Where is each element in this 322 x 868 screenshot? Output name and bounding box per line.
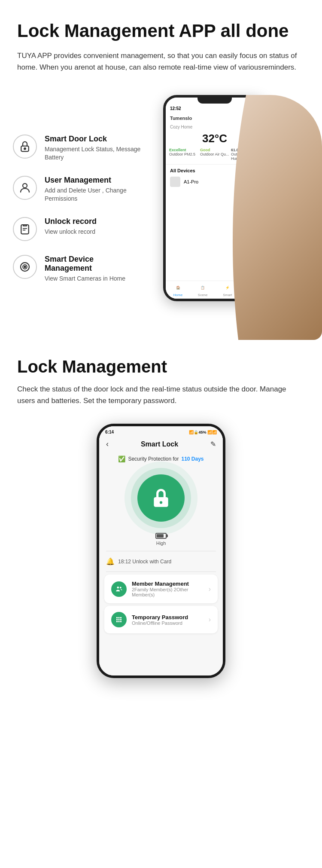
member-management-icon-wrap <box>111 581 127 597</box>
temporary-password-sub: Online/Offline Password <box>132 620 204 626</box>
phone2-notification: 🔔 18:12 Unlock with Card <box>99 553 223 570</box>
air-quality-2: Good Outdoor Air Qu... <box>200 148 229 161</box>
lock-section-description: Check the status of the door lock and th… <box>17 383 305 406</box>
svg-rect-18 <box>120 619 122 620</box>
grid-icon <box>115 616 123 623</box>
phone-notch <box>197 98 232 104</box>
feature-title-1: Smart Door Lock <box>45 134 142 144</box>
svg-point-10 <box>160 501 162 504</box>
features-phone-row: Smart Door Lock Management Lock Status, … <box>0 95 322 336</box>
phone-screen-2: 6:14 📶🔒45% 📶📶 ‹ Smart Lock ✎ ✅ Security … <box>99 426 223 675</box>
svg-rect-17 <box>118 619 120 620</box>
svg-rect-16 <box>116 619 118 620</box>
phone2-header: ‹ Smart Lock ✎ <box>99 436 223 452</box>
feature-smart-device-text: Smart Device Management View Smart Camer… <box>45 255 142 283</box>
people-icon <box>115 585 123 593</box>
clipboard-icon <box>18 223 31 235</box>
phone2-status-bar: 6:14 📶🔒45% 📶📶 <box>99 426 223 436</box>
phone-location: Tumenslo <box>170 116 192 121</box>
smart-nav-icon: ⚡ <box>223 284 232 292</box>
feature-user-management: User Management Add and Delete User , Ch… <box>13 176 142 203</box>
features-list: Smart Door Lock Management Lock Status, … <box>13 134 142 283</box>
phone-mockup-2-wrap: 6:14 📶🔒45% 📶📶 ‹ Smart Lock ✎ ✅ Security … <box>17 424 305 695</box>
nav-smart[interactable]: ⚡ Smart <box>223 284 232 297</box>
all-devices-label: All Devices <box>170 168 195 173</box>
camera-icon <box>18 260 31 273</box>
svg-rect-21 <box>120 621 122 622</box>
phone2-lock-circle-wrap <box>99 466 223 526</box>
phone2-battery-icon <box>155 533 167 539</box>
feature-title-3: Unlock record <box>45 217 97 226</box>
member-management-sub: 2Family Member(s) 2Other Member(s) <box>132 587 204 597</box>
feature-title-4: Smart Device Management <box>45 255 142 273</box>
feature-desc-2: Add and Delete User , Change Permissions <box>45 186 142 203</box>
hero-description: TUYA APP provides convenient management,… <box>17 50 305 73</box>
lock-section-title: Lock Management <box>17 357 305 376</box>
phone2-lock-circle[interactable] <box>137 474 185 522</box>
air-quality-1: Excellent Outdoor PM2.5 <box>169 148 198 161</box>
temporary-password-icon-wrap <box>111 612 127 627</box>
phone2-divider-2 <box>106 572 216 572</box>
feature-smart-door-lock-text: Smart Door Lock Management Lock Status, … <box>45 134 142 162</box>
feature-user-management-text: User Management Add and Delete User , Ch… <box>45 176 142 203</box>
notification-text: 18:12 Unlock with Card <box>118 559 171 565</box>
temporary-password-arrow: › <box>209 616 211 623</box>
feature-desc-1: Management Lock Status, Message Battery <box>45 145 142 162</box>
phone-time: 12:52 <box>170 106 181 111</box>
temporary-password-title: Temporary Password <box>132 614 204 620</box>
member-management-arrow: › <box>209 585 211 593</box>
unlock-record-icon-wrap <box>13 217 37 241</box>
device-name: A1-Pro <box>184 179 198 184</box>
svg-rect-15 <box>120 617 122 618</box>
phone2-security-badge: ✅ Security Protection for 110 Days <box>99 452 223 466</box>
phone2-time: 6:14 <box>105 430 114 434</box>
feature-smart-device: Smart Device Management View Smart Camer… <box>13 255 142 283</box>
phone-frame-2: 6:14 📶🔒45% 📶📶 ‹ Smart Lock ✎ ✅ Security … <box>97 424 225 678</box>
phone2-member-management[interactable]: Member Management 2Family Member(s) 2Oth… <box>104 575 218 603</box>
feature-desc-4: View Smart Cameras in Home <box>45 275 142 283</box>
scene-nav-icon: 📋 <box>198 284 207 292</box>
feature-title-2: User Management <box>45 176 142 185</box>
home-nav-icon: 🏠 <box>174 284 182 292</box>
phone2-battery-wrap: High <box>99 526 223 549</box>
user-management-icon-wrap <box>13 176 37 200</box>
hero-title: Lock Management APP all done <box>17 21 305 41</box>
svg-rect-19 <box>116 621 118 622</box>
feature-smart-door-lock: Smart Door Lock Management Lock Status, … <box>13 134 142 162</box>
feature-unlock-record-text: Unlock record View unlock record <box>45 217 97 236</box>
security-check-icon: ✅ <box>118 455 125 462</box>
phone2-battery-fill <box>157 534 164 538</box>
phone2-edit-button[interactable]: ✎ <box>210 440 216 448</box>
nav-scene[interactable]: 📋 Scene <box>198 284 208 297</box>
nav-home[interactable]: 🏠 Home <box>173 284 182 297</box>
phone2-divider-1 <box>106 551 216 551</box>
user-icon <box>18 181 31 194</box>
svg-rect-13 <box>116 617 118 618</box>
lock-section: Lock Management Check the status of the … <box>0 336 322 704</box>
lock-icon <box>18 140 31 153</box>
phone2-back-button[interactable]: ‹ <box>106 440 109 449</box>
feature-unlock-record: Unlock record View unlock record <box>13 217 142 241</box>
svg-rect-20 <box>118 621 120 622</box>
svg-point-2 <box>23 183 27 188</box>
phone2-temporary-password[interactable]: Temporary Password Online/Offline Passwo… <box>104 606 218 633</box>
svg-point-8 <box>24 266 26 268</box>
security-text: Security Protection for <box>128 456 179 462</box>
svg-point-12 <box>120 587 122 588</box>
member-management-text: Member Management 2Family Member(s) 2Oth… <box>132 581 204 597</box>
phone2-title: Smart Lock <box>141 440 178 448</box>
svg-point-1 <box>24 148 26 150</box>
notification-bell-icon: 🔔 <box>106 557 115 565</box>
svg-point-11 <box>117 587 119 589</box>
phone2-lock-icon <box>150 487 172 509</box>
member-management-title: Member Management <box>132 581 204 587</box>
phone2-signal-icons: 📶🔒45% 📶📶 <box>189 430 217 434</box>
feature-desc-3: View unlock record <box>45 228 97 236</box>
security-days: 110 Days <box>182 456 204 462</box>
svg-rect-14 <box>118 617 120 618</box>
smart-device-icon-wrap <box>13 255 37 279</box>
hero-section: Lock Management APP all done TUYA APP pr… <box>0 0 322 95</box>
phone2-battery-label: High <box>156 541 166 546</box>
smart-door-lock-icon-wrap <box>13 134 37 159</box>
temporary-password-text: Temporary Password Online/Offline Passwo… <box>132 614 204 626</box>
